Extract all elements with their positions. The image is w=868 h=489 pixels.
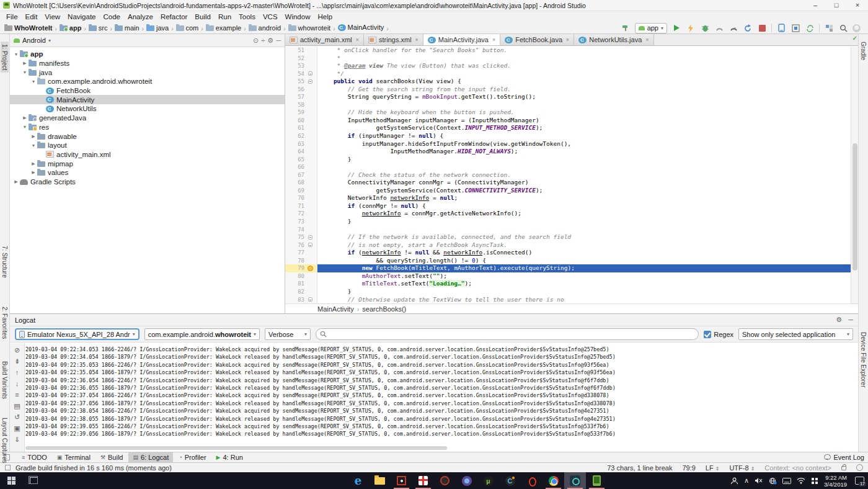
down-stack-trace-icon[interactable]: ↓ [12, 379, 22, 388]
tool-tab-todo[interactable]: ≡TODO [17, 452, 51, 462]
menu-navigate[interactable]: Navigate [64, 12, 99, 21]
taskbar-app-chrome[interactable] [542, 472, 564, 489]
code-line-51[interactable]: 51 * onClick handler for the "Search Boo… [285, 47, 851, 55]
menu-code[interactable]: Code [99, 12, 124, 21]
collapse-all-icon[interactable]: ÷ [261, 37, 265, 44]
stop-button[interactable] [757, 23, 767, 33]
intention-bulb-icon[interactable] [308, 266, 313, 271]
action-center-icon[interactable]: 17 [855, 477, 864, 485]
start-button[interactable] [0, 472, 22, 489]
tool-stripe-gradle[interactable]: Gradle [859, 39, 867, 63]
dropbox-icon[interactable] [811, 477, 818, 485]
logcat-search-input[interactable] [316, 328, 699, 340]
package-dropdown[interactable]: com.example.android.whowroteit ▾ [144, 328, 260, 340]
code-line-69[interactable]: 69 getSystemService(Context.CONNECTIVITY… [285, 187, 851, 195]
tool-tab-terminal[interactable]: ▣Terminal [53, 452, 95, 462]
code-line-72[interactable]: 72 networkInfo = connMgr.getActiveNetwor… [285, 210, 851, 218]
hector-inspector-icon[interactable] [856, 464, 863, 471]
debug-icon[interactable] [700, 23, 710, 33]
fold-marker-icon[interactable] [308, 71, 312, 76]
event-log-button[interactable]: Event Log [824, 454, 864, 461]
breadcrumb-java[interactable]: java [146, 24, 169, 32]
code-line-66[interactable]: 66 [285, 163, 851, 171]
taskbar-app-purple-app[interactable] [456, 472, 477, 489]
wifi-icon[interactable] [797, 477, 805, 484]
tree-item-com-example-android-whowroteit[interactable]: ▼com.example.android.whowroteit [10, 77, 285, 86]
taskbar-app-ccleaner[interactable]: C [499, 472, 521, 489]
tree-item-mainactivity[interactable]: MainActivity [10, 95, 285, 104]
code-line-83[interactable]: 83 // Otherwise update the TextView to t… [285, 296, 851, 304]
menu-build[interactable]: Build [191, 12, 215, 21]
network-icon[interactable] [769, 477, 777, 485]
log-level-dropdown[interactable]: Verbose ▾ [265, 328, 311, 340]
code-line-60[interactable]: 60 InputMethodManager inputManager = (In… [285, 117, 851, 125]
line-separator-widget[interactable]: LF ⇕ [706, 464, 720, 472]
profile-icon[interactable] [728, 23, 738, 33]
taskbar-clock[interactable]: 9:22 AM 3/4/2019 [824, 474, 847, 488]
tool-tab-profiler[interactable]: ◔Profiler [174, 452, 210, 462]
taskbar-app-edge[interactable]: e [347, 472, 369, 489]
close-tab-icon[interactable]: × [356, 37, 359, 43]
clear-logcat-icon[interactable]: ⊘ [12, 346, 22, 355]
tab-strings-xml[interactable]: strings.xml× [364, 34, 423, 45]
tree-item-app[interactable]: ▼app [10, 50, 285, 59]
fold-marker-icon[interactable] [308, 79, 312, 84]
show-hidden-icons-chevron[interactable]: ∧ [744, 477, 749, 485]
tool-tab-build[interactable]: ⚒Build [96, 452, 128, 462]
breadcrumb-android[interactable]: android [248, 24, 282, 32]
code-line-62[interactable]: 62 if (inputManager != null) { [285, 132, 851, 140]
breadcrumb-com[interactable]: com [175, 24, 200, 32]
volume-muted-icon[interactable] [755, 477, 763, 484]
screen-capture-icon[interactable]: ▣ [12, 424, 22, 433]
menu-analyze[interactable]: Analyze [124, 12, 157, 21]
menu-help[interactable]: Help [314, 12, 336, 21]
logcat-output[interactable]: 2019-03-04 09:22:34.053 1866-2246/? I/Gn… [25, 346, 857, 443]
code-line-61[interactable]: 61 getSystemService(Context.INPUT_METHOD… [285, 124, 851, 132]
project-structure-icon[interactable] [824, 23, 834, 33]
menu-window[interactable]: Window [281, 12, 314, 21]
maximize-button[interactable]: □ [826, 0, 847, 11]
tool-stripe-layout-captures[interactable]: Layout Captures [1, 415, 9, 465]
tree-item-networkutils[interactable]: NetworkUtils [10, 104, 285, 114]
code-line-73[interactable]: 73 } [285, 218, 851, 226]
code-line-56[interactable]: 56 // Get the search string from the inp… [285, 86, 851, 94]
menu-file[interactable]: File [2, 12, 22, 21]
encoding-widget[interactable]: UTF-8 ⇕ [729, 464, 755, 472]
chevron-right-icon[interactable]: ▶ [30, 170, 37, 175]
user-avatar[interactable] [852, 24, 861, 32]
close-tab-icon[interactable]: × [566, 37, 569, 43]
run-button[interactable] [671, 23, 681, 33]
taskbar-app-red-ring-app[interactable] [434, 472, 456, 489]
breadcrumb-main[interactable]: main [114, 24, 140, 32]
code-line-82[interactable]: 82 } [285, 288, 851, 296]
hide-panel-icon[interactable]: ─ [276, 37, 281, 44]
taskbar-app-gift-app[interactable] [412, 472, 434, 489]
code-line-63[interactable]: 63 inputManager.hideSoftInputFromWindow(… [285, 140, 851, 148]
tree-item-generatedjava[interactable]: ▶generatedJava [10, 114, 285, 123]
lock-icon[interactable] [841, 466, 846, 470]
tree-item-manifests[interactable]: ▶manifests [10, 59, 285, 68]
code-line-55[interactable]: 55 public void searchBooks(View view) { [285, 78, 851, 86]
logcat-settings-gear-icon[interactable]: ⚙ [836, 316, 842, 324]
code-line-54[interactable]: 54 */ [285, 70, 851, 78]
code-editor[interactable]: 51 * onClick handler for the "Search Boo… [285, 47, 851, 303]
regex-checkbox[interactable]: Regex [704, 331, 733, 338]
tool-stripe-device-file-explorer[interactable]: Device File Explorer [859, 330, 867, 390]
code-line-71[interactable]: 71 if (connMgr != null) { [285, 202, 851, 210]
menu-tools[interactable]: Tools [235, 12, 259, 21]
breadcrumb-src[interactable]: src [88, 24, 108, 32]
tree-item-layout[interactable]: ▼layout [10, 141, 285, 150]
chevron-right-icon[interactable]: ▶ [30, 161, 37, 166]
tool-stripe-1-project[interactable]: 1: Project [1, 42, 9, 73]
code-line-78[interactable]: 78 && queryString.length() != 0) { [285, 257, 851, 265]
code-line-59[interactable]: 59 // Hide the keyboard when the button … [285, 109, 851, 117]
tree-item-gradle-scripts[interactable]: ▶Gradle Scripts [10, 177, 285, 187]
build-hammer-icon[interactable] [621, 23, 631, 33]
export-icon[interactable]: ⇓ [12, 435, 22, 444]
code-line-70[interactable]: 70 NetworkInfo networkInfo = null; [285, 194, 851, 202]
layout-inspector-icon[interactable] [790, 23, 800, 33]
chevron-right-icon[interactable]: ▶ [30, 134, 37, 139]
taskbar-app-opera[interactable] [521, 472, 542, 489]
project-view-dropdown[interactable]: Android [22, 37, 46, 44]
caret-position[interactable]: 79:9 [682, 464, 695, 472]
